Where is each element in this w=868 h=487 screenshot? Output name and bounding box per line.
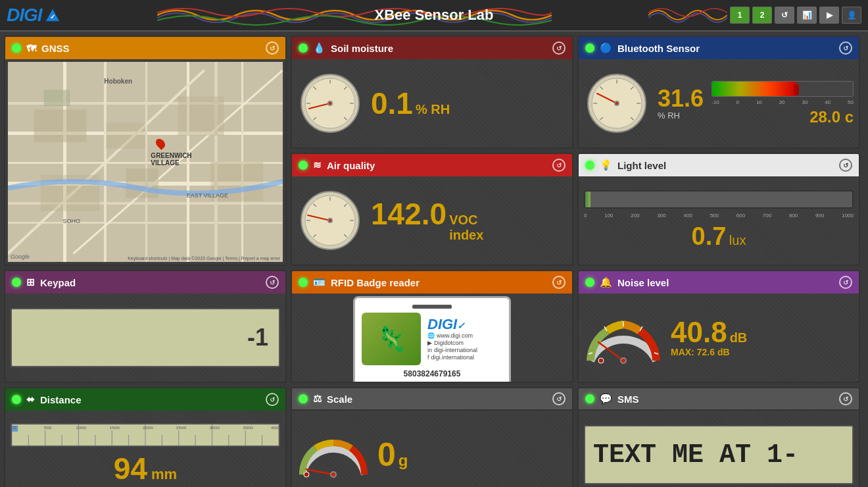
rfid-refresh-btn[interactable]: ↺ bbox=[552, 276, 566, 289]
header-controls: 1 2 ↺ 📊 ▶ 👤 bbox=[648, 3, 861, 27]
svg-text:1500: 1500 bbox=[109, 426, 120, 430]
sms-refresh-btn[interactable]: ↺ bbox=[839, 392, 852, 405]
svg-text:2500: 2500 bbox=[176, 426, 187, 430]
bluetooth-temp-bar bbox=[711, 81, 854, 97]
panel-header-noise: 🔔 Noise level ↺ bbox=[579, 271, 859, 294]
svg-rect-20 bbox=[126, 168, 158, 198]
btn-chart[interactable]: 📊 bbox=[797, 7, 817, 24]
svg-rect-22 bbox=[44, 90, 70, 107]
air-unit: VOC bbox=[449, 213, 483, 228]
rfid-card: 🦎 DIGI✓ 🌐 www.digi.com ▶ Digidotcom in d… bbox=[353, 296, 511, 383]
gnss-header-label: GNSS bbox=[41, 43, 70, 54]
bluetooth-header-icon: 🔵 bbox=[600, 42, 612, 54]
bluetooth-temp-value: 28.0 c bbox=[711, 108, 854, 126]
light-scale-label: 200 bbox=[631, 213, 639, 218]
sms-header-icon: 💬 bbox=[600, 393, 612, 405]
status-indicator-keypad bbox=[12, 278, 21, 287]
air-value-display: 142.0 VOC index bbox=[371, 199, 483, 243]
panel-air-quality: ≋ Air quality ↺ bbox=[291, 153, 573, 266]
status-indicator-soil bbox=[299, 43, 308, 53]
status-indicator-distance bbox=[12, 395, 21, 404]
keypad-body: -1 bbox=[5, 294, 285, 382]
air-gauge-container: 142.0 VOC index bbox=[297, 188, 567, 253]
temp-scale-label: 50 bbox=[848, 99, 854, 105]
rfid-chip-strip bbox=[412, 305, 452, 309]
svg-text:4000: 4000 bbox=[271, 426, 279, 430]
svg-point-55 bbox=[598, 358, 604, 363]
rfid-body: 🦎 DIGI✓ 🌐 www.digi.com ▶ Digidotcom in d… bbox=[292, 294, 572, 383]
noise-content: 40.8 dB MAX: 72.6 dB bbox=[584, 308, 854, 367]
panel-header-left-scale: ⚖ Scale bbox=[299, 393, 352, 405]
svg-text:✓: ✓ bbox=[50, 13, 55, 20]
bluetooth-temp-scale: -10 0 10 20 30 40 50 bbox=[711, 99, 854, 105]
svg-rect-16 bbox=[34, 109, 87, 142]
noise-refresh-btn[interactable]: ↺ bbox=[839, 276, 852, 289]
soil-refresh-btn[interactable]: ↺ bbox=[552, 41, 566, 55]
light-scale-label: 300 bbox=[657, 213, 665, 218]
light-refresh-btn[interactable]: ↺ bbox=[839, 159, 852, 172]
scale-content: 0 g bbox=[297, 428, 567, 481]
rfid-website2: ▶ Digidotcom bbox=[427, 340, 477, 346]
panel-bluetooth: 🔵 Bluetooth Sensor ↺ bbox=[577, 36, 860, 149]
bluetooth-refresh-btn[interactable]: ↺ bbox=[839, 41, 852, 55]
panel-header-rfid: 🪪 RFID Badge reader ↺ bbox=[292, 271, 572, 294]
noise-value: 40.8 bbox=[671, 318, 727, 347]
temp-scale-label: 30 bbox=[802, 99, 808, 105]
btn-1[interactable]: 1 bbox=[730, 7, 750, 24]
map-google-watermark: Google bbox=[11, 253, 30, 260]
btn-play[interactable]: ▶ bbox=[819, 7, 839, 24]
soil-unit: % RH bbox=[416, 102, 450, 117]
map-label-east-village: EAST VILLAGE bbox=[187, 192, 228, 199]
sms-display: TEXT ME AT 1- bbox=[584, 425, 854, 484]
btn-user[interactable]: 👤 bbox=[842, 7, 861, 24]
light-scale-label: 100 bbox=[604, 213, 613, 218]
light-bar-fill bbox=[585, 192, 591, 207]
noise-header-icon: 🔔 bbox=[600, 276, 612, 288]
gnss-refresh-btn[interactable]: ↺ bbox=[266, 41, 279, 55]
svg-line-84 bbox=[306, 469, 333, 474]
bluetooth-temp-fill bbox=[712, 82, 796, 96]
keypad-refresh-btn[interactable]: ↺ bbox=[266, 276, 279, 289]
map-label-soho: SOHO bbox=[63, 218, 81, 224]
soil-gauge-container: 0.1 % RH bbox=[297, 70, 567, 136]
scale-refresh-btn[interactable]: ↺ bbox=[552, 392, 566, 405]
panel-header-left-soil: 💧 Soil moisture bbox=[299, 42, 393, 54]
panel-header-soil: 💧 Soil moisture ↺ bbox=[292, 37, 572, 59]
soil-value-display: 0.1 % RH bbox=[371, 88, 450, 118]
header-wave bbox=[67, 0, 642, 30]
rfid-website1: 🌐 www.digi.com bbox=[427, 332, 477, 339]
bluetooth-rh-value: 31.6 bbox=[658, 87, 704, 111]
bluetooth-rh-area: 31.6 % RH bbox=[658, 87, 704, 120]
air-header-icon: ≋ bbox=[313, 159, 322, 171]
sms-text: TEXT ME AT 1- bbox=[593, 440, 798, 470]
panel-header-light: 💡 Light level ↺ bbox=[579, 154, 859, 176]
panel-rfid: 🪪 RFID Badge reader ↺ 🦎 DIGI✓ 🌐 www.digi… bbox=[291, 270, 573, 383]
ruler-svg: 0 500 1000 1500 2000 2500 3000 3500 4000 bbox=[12, 424, 279, 446]
rfid-card-image: 🦎 bbox=[362, 313, 421, 365]
status-indicator-scale bbox=[299, 394, 308, 403]
panel-sms: 💬 SMS ↺ TEXT ME AT 1- bbox=[577, 387, 860, 487]
btn-refresh[interactable]: ↺ bbox=[775, 7, 794, 24]
distance-header-icon: ⬌ bbox=[26, 394, 35, 405]
light-body: 0 100 200 300 400 500 600 700 800 900 10… bbox=[579, 176, 859, 265]
distance-refresh-btn[interactable]: ↺ bbox=[266, 393, 279, 406]
air-unit2: index bbox=[449, 228, 483, 243]
btn-2[interactable]: 2 bbox=[752, 7, 772, 24]
distance-body: 0 500 1000 1500 2000 2500 3000 3500 4000… bbox=[5, 411, 285, 487]
bluetooth-content: 31.6 % RH -10 0 10 20 bbox=[584, 70, 854, 136]
wave-right bbox=[648, 3, 727, 27]
panel-header-scale: ⚖ Scale ↺ bbox=[292, 388, 572, 411]
sms-body: TEXT ME AT 1- bbox=[579, 411, 859, 487]
distance-value: 94 bbox=[114, 451, 147, 486]
logo-text: DIGI bbox=[7, 5, 42, 26]
keypad-header-icon: ⊞ bbox=[26, 276, 35, 288]
panel-header-left-air: ≋ Air quality bbox=[299, 159, 375, 171]
panel-noise-level: 🔔 Noise level ↺ bbox=[577, 270, 860, 383]
status-indicator-gnss bbox=[12, 43, 21, 53]
air-refresh-btn[interactable]: ↺ bbox=[552, 159, 566, 172]
air-value: 142.0 bbox=[371, 199, 446, 229]
light-value-area: 0.7 lux bbox=[584, 222, 854, 251]
app-title: XBee Sensor Lab bbox=[375, 7, 494, 24]
temp-scale-label: 40 bbox=[825, 99, 831, 105]
svg-rect-18 bbox=[178, 96, 224, 136]
